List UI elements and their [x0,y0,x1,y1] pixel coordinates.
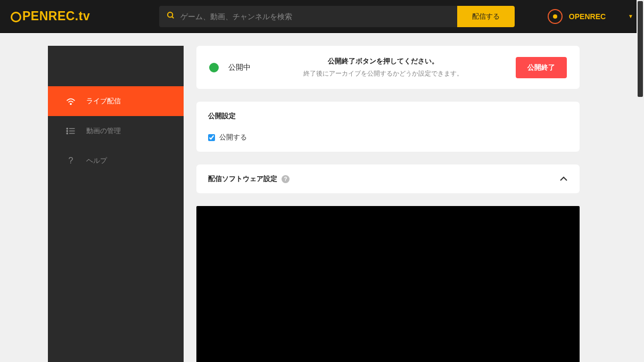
software-settings-card[interactable]: 配信ソフトウェア設定 ? [196,164,580,193]
software-settings-title: 配信ソフトウェア設定 ? [208,174,290,184]
sidebar: ライブ配信 動画の管理 ? ヘルプ [48,46,184,362]
username: OPENREC [569,12,606,21]
main-content: 公開中 公開終了ボタンを押してください。 終了後にアーカイブを公開するかどうか設… [184,46,592,362]
end-broadcast-button[interactable]: 公開終了 [516,57,567,78]
status-title: 公開終了ボタンを押してください。 [251,56,516,66]
logo[interactable]: PENREC.tv [11,9,90,23]
svg-point-2 [70,103,71,104]
broadcast-button[interactable]: 配信する [457,6,515,27]
avatar [548,9,563,24]
publish-checkbox[interactable] [208,134,215,141]
search-icon [167,11,175,22]
header: PENREC.tv 配信する OPENREC ▼ [0,0,644,33]
list-icon [66,127,76,135]
chevron-down-icon: ▼ [628,13,633,19]
video-preview[interactable] [196,206,580,362]
status-message: 公開終了ボタンを押してください。 終了後にアーカイブを公開するかどうか設定できま… [251,56,516,78]
svg-line-1 [172,17,174,18]
logo-text: PENREC.tv [22,9,90,23]
scrollbar[interactable] [637,0,644,362]
chevron-up-icon[interactable] [559,175,568,183]
svg-point-5 [67,130,68,131]
status-label: 公開中 [228,63,251,72]
sidebar-item-help[interactable]: ? ヘルプ [48,146,184,176]
publish-checkbox-row[interactable]: 公開する [208,133,568,142]
svg-point-0 [168,12,172,17]
scrollbar-thumb[interactable] [638,1,643,97]
svg-point-7 [67,133,68,134]
sidebar-item-label: ライブ配信 [86,96,121,106]
sidebar-item-live[interactable]: ライブ配信 [48,86,184,116]
question-icon: ? [66,156,76,166]
publish-settings-title: 公開設定 [208,111,568,121]
logo-o-icon [11,12,21,22]
container: ライブ配信 動画の管理 ? ヘルプ 公開中 公開終了ボタンを押してください。 終… [0,33,644,362]
search-bar[interactable] [159,6,457,27]
publish-settings-card: 公開設定 公開する [196,102,580,152]
status-subtitle: 終了後にアーカイブを公開するかどうか設定できます。 [251,69,516,78]
status-card: 公開中 公開終了ボタンを押してください。 終了後にアーカイブを公開するかどうか設… [196,46,580,89]
sidebar-item-label: 動画の管理 [86,126,121,136]
status-dot-icon [209,63,219,72]
svg-point-3 [67,128,68,129]
sidebar-item-videos[interactable]: 動画の管理 [48,116,184,146]
publish-checkbox-label: 公開する [219,133,247,142]
header-user-menu[interactable]: OPENREC ▼ [548,9,633,24]
help-icon[interactable]: ? [282,175,290,183]
wifi-icon [66,97,76,105]
search-input[interactable] [180,12,450,21]
sidebar-item-label: ヘルプ [86,156,107,166]
